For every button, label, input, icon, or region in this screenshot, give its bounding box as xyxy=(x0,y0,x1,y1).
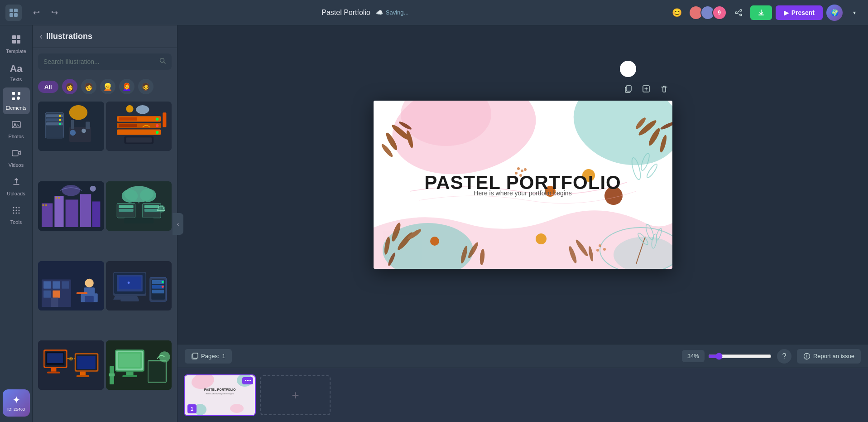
svg-point-28 xyxy=(18,213,19,214)
magic-id-label: ID: 25463 xyxy=(7,407,25,412)
elements-icon xyxy=(11,91,21,103)
sidebar-item-tools[interactable]: Tools xyxy=(3,202,30,228)
svg-rect-94 xyxy=(81,294,85,302)
svg-point-188 xyxy=(596,249,599,252)
user-avatar[interactable]: 🌍 xyxy=(826,5,843,21)
search-input[interactable] xyxy=(43,58,155,65)
slide-subtitle: Here is where your portfolio begins xyxy=(474,189,571,196)
svg-point-44 xyxy=(82,129,86,133)
filter-btn-4[interactable]: 👩‍🦰 xyxy=(119,79,134,94)
filter-btn-3[interactable]: 👱 xyxy=(100,79,115,94)
svg-point-187 xyxy=(603,248,606,251)
svg-rect-109 xyxy=(152,290,164,293)
zoom-slider[interactable] xyxy=(708,353,772,360)
svg-rect-123 xyxy=(77,375,89,377)
report-issue-button[interactable]: Report an issue xyxy=(797,349,861,364)
emoji-button[interactable]: 😊 xyxy=(669,5,685,21)
svg-point-21 xyxy=(15,207,17,209)
search-bar xyxy=(38,53,172,70)
slide-canvas[interactable]: PASTEL PORTFOLIO Here is where your port… xyxy=(374,101,672,269)
svg-rect-65 xyxy=(43,204,44,206)
svg-rect-116 xyxy=(47,354,63,364)
present-label: Present xyxy=(791,9,815,16)
magic-id-button[interactable]: ✦ ID: 25463 xyxy=(3,389,30,417)
svg-point-25 xyxy=(18,210,19,211)
canvas-workspace[interactable]: PASTEL PORTFOLIO Here is where your port… xyxy=(177,25,868,344)
illustration-card-2[interactable] xyxy=(106,102,172,151)
panel-collapse-handle[interactable]: ‹ xyxy=(173,213,183,235)
filmstrip-slide-menu[interactable] xyxy=(242,377,253,384)
collaborators: 9 xyxy=(689,5,727,20)
svg-rect-60 xyxy=(42,203,53,227)
pages-button[interactable]: Pages: 1 xyxy=(185,349,232,364)
slide-export-button[interactable] xyxy=(638,81,654,97)
sidebar-item-texts[interactable]: Aa Texts xyxy=(3,59,30,86)
slide-copy-button[interactable] xyxy=(620,81,636,97)
filmstrip-slide-subtitle: Here is where your portfolio begins xyxy=(206,393,234,395)
saving-indicator: ☁️ Saving... xyxy=(376,9,409,16)
filter-btn-1[interactable]: 👩 xyxy=(62,79,77,94)
svg-point-69 xyxy=(62,185,80,196)
sidebar-item-photos[interactable]: Photos xyxy=(3,116,30,143)
svg-rect-133 xyxy=(149,362,165,382)
search-icon xyxy=(159,57,166,66)
download-button[interactable] xyxy=(750,5,772,20)
svg-point-74 xyxy=(140,189,156,202)
sidebar-icons: Template Aa Texts Elements xyxy=(0,25,33,422)
svg-rect-41 xyxy=(71,120,74,129)
svg-rect-88 xyxy=(62,281,69,288)
illustrations-panel: ‹ Illustrations All 👩 🧑 👱 👩‍🦰 🧔 xyxy=(33,25,177,422)
filter-all-button[interactable]: All xyxy=(38,81,58,93)
illustration-card-8[interactable] xyxy=(106,340,172,390)
svg-rect-19 xyxy=(12,150,18,156)
panel-back-button[interactable]: ‹ xyxy=(40,32,43,41)
document-title[interactable]: Pastel Portfolio xyxy=(321,9,370,17)
magic-icon: ✦ xyxy=(12,394,20,406)
svg-rect-91 xyxy=(51,297,58,306)
svg-point-186 xyxy=(599,244,601,247)
illustration-card-7[interactable] xyxy=(38,340,104,390)
filmstrip-slide-number: 1 xyxy=(187,404,197,413)
svg-rect-58 xyxy=(163,112,166,127)
illustration-card-5[interactable] xyxy=(38,261,104,310)
share-button[interactable] xyxy=(730,5,747,21)
slide-delete-button[interactable] xyxy=(656,81,672,97)
filter-row: All 👩 🧑 👱 👩‍🦰 🧔 xyxy=(33,75,177,98)
svg-point-39 xyxy=(69,105,87,120)
svg-rect-118 xyxy=(47,372,60,373)
add-slide-button[interactable]: + xyxy=(260,375,331,415)
sidebar-item-videos[interactable]: Videos xyxy=(3,145,30,171)
illustration-card-6[interactable] xyxy=(106,261,172,310)
collab-count[interactable]: 9 xyxy=(712,5,727,20)
svg-rect-3 xyxy=(14,13,18,17)
app-logo[interactable] xyxy=(5,5,22,21)
sidebar-item-label: Texts xyxy=(10,77,22,82)
zoom-controls: 34% xyxy=(682,350,772,362)
illustration-card-4[interactable] xyxy=(106,181,172,231)
pages-count: 1 xyxy=(222,353,225,359)
present-button[interactable]: ▶ Present xyxy=(776,5,823,20)
sidebar-item-uploads[interactable]: Uploads xyxy=(3,173,30,200)
user-menu-button[interactable]: ▾ xyxy=(846,5,863,21)
svg-point-103 xyxy=(127,281,129,284)
svg-point-73 xyxy=(121,189,138,203)
help-button[interactable]: ? xyxy=(777,349,791,364)
svg-rect-2 xyxy=(10,13,13,17)
sidebar-item-elements[interactable]: Elements xyxy=(3,87,30,114)
svg-rect-81 xyxy=(124,218,153,223)
filter-btn-2[interactable]: 🧑 xyxy=(81,79,96,94)
slide-indicator xyxy=(620,61,636,77)
svg-point-52 xyxy=(155,124,158,127)
illustration-card-3[interactable] xyxy=(38,181,104,231)
filter-btn-5[interactable]: 🧔 xyxy=(138,79,153,94)
filmstrip-slide-1[interactable]: PASTEL PORTFOLIO Here is where your port… xyxy=(185,375,255,415)
sidebar-item-template[interactable]: Template xyxy=(3,31,30,58)
svg-rect-9 xyxy=(12,35,16,39)
undo-button[interactable]: ↩ xyxy=(29,5,43,20)
illustration-card-1[interactable] xyxy=(38,102,104,151)
svg-rect-121 xyxy=(77,356,95,369)
redo-button[interactable]: ↪ xyxy=(47,5,62,20)
bottom-bar: Pages: 1 34% ? Report an issue xyxy=(177,344,868,368)
svg-point-37 xyxy=(59,119,61,121)
svg-rect-14 xyxy=(18,92,20,95)
